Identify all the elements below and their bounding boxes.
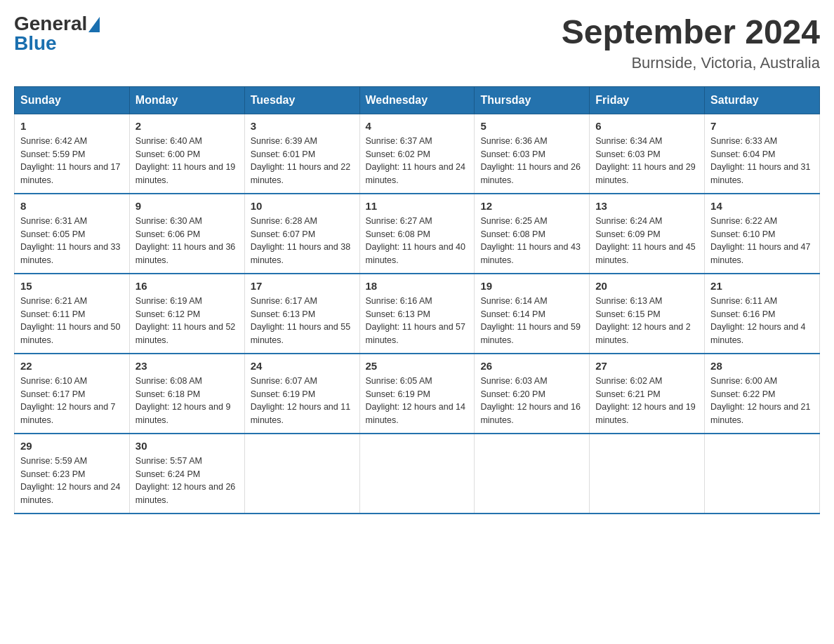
calendar-cell: 25Sunrise: 6:05 AMSunset: 6:19 PMDayligh… [359,354,475,434]
calendar-cell: 26Sunrise: 6:03 AMSunset: 6:20 PMDayligh… [475,354,590,434]
page-header: General Blue September 2024 Burnside, Vi… [14,14,820,72]
day-number: 4 [366,120,469,132]
weekday-header-thursday: Thursday [475,86,590,114]
day-info: Sunrise: 6:13 AMSunset: 6:15 PMDaylight:… [595,296,691,345]
weekday-header-friday: Friday [590,86,705,114]
logo-general-text: General [14,14,87,34]
day-number: 19 [480,280,583,292]
day-info: Sunrise: 6:37 AMSunset: 6:02 PMDaylight:… [366,136,465,185]
calendar-cell: 20Sunrise: 6:13 AMSunset: 6:15 PMDayligh… [590,274,705,354]
calendar-header-row: SundayMondayTuesdayWednesdayThursdayFrid… [15,86,820,114]
day-number: 11 [366,200,469,212]
calendar-cell: 9Sunrise: 6:30 AMSunset: 6:06 PMDaylight… [129,194,244,274]
calendar-cell: 11Sunrise: 6:27 AMSunset: 6:08 PMDayligh… [359,194,475,274]
day-info: Sunrise: 6:39 AMSunset: 6:01 PMDaylight:… [251,136,350,185]
day-number: 2 [135,120,239,132]
calendar-cell: 16Sunrise: 6:19 AMSunset: 6:12 PMDayligh… [129,274,244,354]
day-info: Sunrise: 6:36 AMSunset: 6:03 PMDaylight:… [480,136,580,185]
day-number: 14 [710,200,814,212]
calendar-cell: 6Sunrise: 6:34 AMSunset: 6:03 PMDaylight… [590,114,705,194]
calendar-cell [359,434,475,514]
day-number: 18 [366,280,469,292]
calendar-cell: 18Sunrise: 6:16 AMSunset: 6:13 PMDayligh… [359,274,475,354]
day-info: Sunrise: 6:30 AMSunset: 6:06 PMDaylight:… [135,216,235,265]
calendar-cell: 22Sunrise: 6:10 AMSunset: 6:17 PMDayligh… [15,354,130,434]
day-info: Sunrise: 6:21 AMSunset: 6:11 PMDaylight:… [20,296,120,345]
day-info: Sunrise: 6:17 AMSunset: 6:13 PMDaylight:… [251,296,350,345]
calendar-cell [705,434,820,514]
calendar-cell: 28Sunrise: 6:00 AMSunset: 6:22 PMDayligh… [705,354,820,434]
calendar-cell: 5Sunrise: 6:36 AMSunset: 6:03 PMDaylight… [475,114,590,194]
calendar-week-row: 15Sunrise: 6:21 AMSunset: 6:11 PMDayligh… [15,274,820,354]
day-info: Sunrise: 6:02 AMSunset: 6:21 PMDaylight:… [595,376,695,425]
day-info: Sunrise: 6:07 AMSunset: 6:19 PMDaylight:… [251,376,350,425]
day-info: Sunrise: 6:42 AMSunset: 5:59 PMDaylight:… [20,136,120,185]
day-number: 21 [710,280,814,292]
calendar-title: September 2024 [562,14,820,51]
day-number: 13 [595,200,699,212]
calendar-week-row: 29Sunrise: 5:59 AMSunset: 6:23 PMDayligh… [15,434,820,514]
day-info: Sunrise: 6:14 AMSunset: 6:14 PMDaylight:… [480,296,580,345]
calendar-cell: 8Sunrise: 6:31 AMSunset: 6:05 PMDaylight… [15,194,130,274]
calendar-cell: 24Sunrise: 6:07 AMSunset: 6:19 PMDayligh… [244,354,359,434]
day-number: 1 [20,120,124,132]
calendar-cell: 19Sunrise: 6:14 AMSunset: 6:14 PMDayligh… [475,274,590,354]
day-number: 30 [135,440,239,452]
day-number: 22 [20,360,124,372]
calendar-cell: 3Sunrise: 6:39 AMSunset: 6:01 PMDaylight… [244,114,359,194]
day-number: 26 [480,360,583,372]
day-number: 17 [251,280,354,292]
day-number: 10 [251,200,354,212]
day-number: 20 [595,280,699,292]
calendar-cell: 14Sunrise: 6:22 AMSunset: 6:10 PMDayligh… [705,194,820,274]
day-info: Sunrise: 6:40 AMSunset: 6:00 PMDaylight:… [135,136,235,185]
day-number: 7 [710,120,814,132]
day-info: Sunrise: 6:08 AMSunset: 6:18 PMDaylight:… [135,376,231,425]
day-info: Sunrise: 6:24 AMSunset: 6:09 PMDaylight:… [595,216,695,265]
calendar-cell: 2Sunrise: 6:40 AMSunset: 6:00 PMDaylight… [129,114,244,194]
weekday-header-wednesday: Wednesday [359,86,475,114]
calendar-week-row: 8Sunrise: 6:31 AMSunset: 6:05 PMDaylight… [15,194,820,274]
calendar-cell [244,434,359,514]
day-info: Sunrise: 5:59 AMSunset: 6:23 PMDaylight:… [20,456,120,505]
day-number: 29 [20,440,124,452]
logo-blue-text: Blue [14,34,100,53]
calendar-cell: 7Sunrise: 6:33 AMSunset: 6:04 PMDaylight… [705,114,820,194]
calendar-cell: 1Sunrise: 6:42 AMSunset: 5:59 PMDaylight… [15,114,130,194]
day-info: Sunrise: 6:03 AMSunset: 6:20 PMDaylight:… [480,376,580,425]
day-number: 3 [251,120,354,132]
day-info: Sunrise: 6:16 AMSunset: 6:13 PMDaylight:… [366,296,465,345]
day-info: Sunrise: 6:25 AMSunset: 6:08 PMDaylight:… [480,216,580,265]
day-number: 15 [20,280,124,292]
calendar-cell: 12Sunrise: 6:25 AMSunset: 6:08 PMDayligh… [475,194,590,274]
day-info: Sunrise: 6:00 AMSunset: 6:22 PMDaylight:… [710,376,810,425]
day-info: Sunrise: 6:19 AMSunset: 6:12 PMDaylight:… [135,296,235,345]
calendar-cell: 21Sunrise: 6:11 AMSunset: 6:16 PMDayligh… [705,274,820,354]
calendar-cell: 4Sunrise: 6:37 AMSunset: 6:02 PMDaylight… [359,114,475,194]
calendar-subtitle: Burnside, Victoria, Australia [562,54,820,72]
weekday-header-saturday: Saturday [705,86,820,114]
title-section: September 2024 Burnside, Victoria, Austr… [562,14,820,72]
calendar-cell: 30Sunrise: 5:57 AMSunset: 6:24 PMDayligh… [129,434,244,514]
day-info: Sunrise: 6:28 AMSunset: 6:07 PMDaylight:… [251,216,350,265]
calendar-cell: 13Sunrise: 6:24 AMSunset: 6:09 PMDayligh… [590,194,705,274]
day-info: Sunrise: 6:10 AMSunset: 6:17 PMDaylight:… [20,376,116,425]
calendar-cell: 29Sunrise: 5:59 AMSunset: 6:23 PMDayligh… [15,434,130,514]
calendar-week-row: 1Sunrise: 6:42 AMSunset: 5:59 PMDaylight… [15,114,820,194]
day-number: 28 [710,360,814,372]
calendar-cell [590,434,705,514]
calendar-cell: 27Sunrise: 6:02 AMSunset: 6:21 PMDayligh… [590,354,705,434]
calendar-cell [475,434,590,514]
day-number: 6 [595,120,699,132]
calendar-cell: 17Sunrise: 6:17 AMSunset: 6:13 PMDayligh… [244,274,359,354]
day-info: Sunrise: 6:27 AMSunset: 6:08 PMDaylight:… [366,216,465,265]
day-number: 23 [135,360,239,372]
day-info: Sunrise: 6:05 AMSunset: 6:19 PMDaylight:… [366,376,465,425]
day-number: 27 [595,360,699,372]
day-number: 25 [366,360,469,372]
day-number: 9 [135,200,239,212]
calendar-table: SundayMondayTuesdayWednesdayThursdayFrid… [14,86,820,514]
day-number: 24 [251,360,354,372]
day-number: 5 [480,120,583,132]
day-number: 16 [135,280,239,292]
